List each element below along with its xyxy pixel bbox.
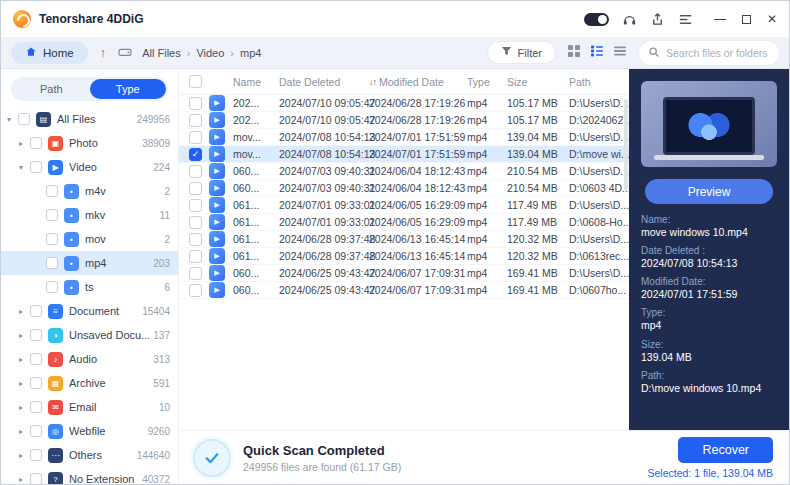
- tree-checkbox[interactable]: [46, 209, 58, 221]
- sidebar-tree-item[interactable]: ▸ ✉ Email 10: [1, 395, 178, 419]
- up-folder-button[interactable]: ↑: [98, 45, 109, 60]
- tree-checkbox[interactable]: [30, 401, 42, 413]
- preview-button[interactable]: Preview: [645, 179, 773, 204]
- table-row[interactable]: ▶ 061... 2024/06/28 09:37:48 2024/06/13 …: [179, 248, 629, 265]
- sidebar-tree-item[interactable]: ▸ ▣ Photo 38909: [1, 131, 178, 155]
- tree-checkbox[interactable]: [30, 377, 42, 389]
- sidebar-tree-item[interactable]: ▸ ◑ Unsaved Docu... 137: [1, 323, 178, 347]
- row-checkbox[interactable]: [189, 216, 202, 229]
- table-row[interactable]: ▶ 202... 2024/07/10 09:05:47 2024/06/28 …: [179, 112, 629, 129]
- row-checkbox[interactable]: [189, 97, 202, 110]
- tree-checkbox[interactable]: [30, 137, 42, 149]
- sidebar-tree-item[interactable]: ▾ ▤ All Files 249956: [1, 107, 178, 131]
- table-row[interactable]: ▶ mov... 2024/07/08 10:54:13 2024/07/01 …: [179, 129, 629, 146]
- expander-icon[interactable]: ▸: [19, 331, 30, 340]
- tree-checkbox[interactable]: [30, 329, 42, 341]
- table-row[interactable]: ▶ 060... 2024/06/25 09:43:47 2024/06/07 …: [179, 265, 629, 282]
- preview-thumbnail[interactable]: [641, 81, 777, 167]
- header-modified-date[interactable]: ↓↑ Modified Date: [369, 76, 467, 88]
- table-row[interactable]: ▶ 202... 2024/07/10 09:05:47 2024/06/28 …: [179, 95, 629, 112]
- sidebar-tree-item[interactable]: ▪ m4v 2: [1, 179, 178, 203]
- menu-icon[interactable]: [678, 12, 693, 27]
- cell-path: D:\Users\D...: [569, 267, 629, 279]
- filter-button[interactable]: Filter: [488, 42, 555, 63]
- tab-type[interactable]: Type: [90, 79, 167, 99]
- tab-path[interactable]: Path: [13, 79, 90, 99]
- row-checkbox[interactable]: [189, 233, 202, 246]
- maximize-button[interactable]: [742, 15, 751, 24]
- tree-checkbox[interactable]: [30, 449, 42, 461]
- sidebar-tree-item[interactable]: ▸ ♪ Audio 313: [1, 347, 178, 371]
- row-checkbox[interactable]: [189, 267, 202, 280]
- table-scrollbar[interactable]: [624, 99, 628, 191]
- theme-toggle[interactable]: [584, 13, 609, 26]
- minimize-button[interactable]: —: [714, 13, 726, 25]
- select-all-checkbox[interactable]: [189, 75, 202, 88]
- detail-list-view-icon[interactable]: [590, 44, 604, 62]
- expander-icon[interactable]: ▸: [19, 355, 30, 364]
- table-row[interactable]: ▶ mov... 2024/07/08 10:54:13 2024/07/01 …: [179, 146, 629, 163]
- sidebar-tree-item[interactable]: ▪ mp4 203: [1, 251, 178, 275]
- grid-view-icon[interactable]: [567, 44, 581, 62]
- expander-icon[interactable]: ▾: [19, 163, 30, 172]
- tree-checkbox[interactable]: [30, 353, 42, 365]
- row-checkbox[interactable]: [189, 148, 202, 161]
- row-checkbox[interactable]: [189, 165, 202, 178]
- sidebar-tree-item[interactable]: ▸ ? No Extension 40372: [1, 467, 178, 484]
- sidebar-tree-item[interactable]: ▸ ≡ Document 15404: [1, 299, 178, 323]
- expander-icon[interactable]: ▸: [19, 427, 30, 436]
- sidebar-tree-item[interactable]: ▸ ◎ Webfile 9260: [1, 419, 178, 443]
- expander-icon[interactable]: ▾: [7, 115, 18, 124]
- recover-button[interactable]: Recover: [678, 437, 773, 463]
- table-row[interactable]: ▶ 060... 2024/07/03 09:40:31 2024/06/04 …: [179, 180, 629, 197]
- header-name[interactable]: Name: [233, 76, 279, 88]
- tree-checkbox[interactable]: [46, 185, 58, 197]
- tree-checkbox[interactable]: [30, 473, 42, 484]
- tree-checkbox[interactable]: [30, 305, 42, 317]
- table-row[interactable]: ▶ 061... 2024/07/01 09:33:01 2024/06/05 …: [179, 214, 629, 231]
- tree-checkbox[interactable]: [30, 161, 42, 173]
- sidebar-tree-item[interactable]: ▪ mov 2: [1, 227, 178, 251]
- breadcrumb-all-files[interactable]: All Files: [142, 47, 181, 59]
- search-box[interactable]: [639, 41, 779, 65]
- close-button[interactable]: ✕: [767, 13, 777, 25]
- table-row[interactable]: ▶ 060... 2024/07/03 09:40:31 2024/06/04 …: [179, 163, 629, 180]
- expander-icon[interactable]: ▸: [19, 139, 30, 148]
- header-size[interactable]: Size: [507, 76, 569, 88]
- breadcrumb-video[interactable]: Video: [196, 47, 224, 59]
- share-icon[interactable]: [650, 12, 665, 27]
- sort-icon[interactable]: ↓↑: [369, 77, 376, 87]
- row-checkbox[interactable]: [189, 114, 202, 127]
- tree-checkbox[interactable]: [46, 257, 58, 269]
- compact-list-view-icon[interactable]: [613, 44, 627, 62]
- tree-checkbox[interactable]: [30, 425, 42, 437]
- expander-icon[interactable]: ▸: [19, 403, 30, 412]
- expander-icon[interactable]: ▸: [19, 475, 30, 484]
- header-date-deleted[interactable]: Date Deleted: [279, 76, 369, 88]
- row-checkbox[interactable]: [189, 284, 202, 297]
- breadcrumb-mp4[interactable]: mp4: [240, 47, 261, 59]
- row-checkbox[interactable]: [189, 131, 202, 144]
- home-button[interactable]: Home: [11, 42, 88, 64]
- table-row[interactable]: ▶ 061... 2024/07/01 09:33:01 2024/06/05 …: [179, 197, 629, 214]
- row-checkbox[interactable]: [189, 199, 202, 212]
- tree-checkbox[interactable]: [46, 233, 58, 245]
- sidebar-tree-item[interactable]: ▾ ▶ Video 224: [1, 155, 178, 179]
- header-type[interactable]: Type: [467, 76, 507, 88]
- tree-checkbox[interactable]: [46, 281, 58, 293]
- sidebar-tree-item[interactable]: ▸ ▦ Archive 591: [1, 371, 178, 395]
- table-row[interactable]: ▶ 060... 2024/06/25 09:43:47 2024/06/07 …: [179, 282, 629, 299]
- sidebar-tree-item[interactable]: ▪ mkv 11: [1, 203, 178, 227]
- expander-icon[interactable]: ▸: [19, 379, 30, 388]
- expander-icon[interactable]: ▸: [19, 451, 30, 460]
- tree-checkbox[interactable]: [18, 113, 30, 125]
- row-checkbox[interactable]: [189, 182, 202, 195]
- table-row[interactable]: ▶ 061... 2024/06/28 09:37:48 2024/06/13 …: [179, 231, 629, 248]
- expander-icon[interactable]: ▸: [19, 307, 30, 316]
- sidebar-tree-item[interactable]: ▪ ts 6: [1, 275, 178, 299]
- sidebar-tree-item[interactable]: ▸ ⋯ Others 144640: [1, 443, 178, 467]
- row-checkbox[interactable]: [189, 250, 202, 263]
- search-input[interactable]: [666, 47, 770, 59]
- support-headset-icon[interactable]: [622, 12, 637, 27]
- header-path[interactable]: Path: [569, 76, 629, 88]
